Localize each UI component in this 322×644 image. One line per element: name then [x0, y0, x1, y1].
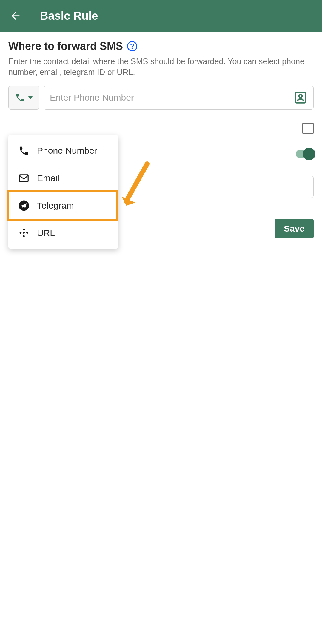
dropdown-option-phone[interactable]: Phone Number	[8, 137, 118, 164]
option-checkbox[interactable]	[302, 123, 314, 134]
dropdown-option-label: URL	[37, 228, 55, 238]
save-button[interactable]: Save	[275, 219, 314, 238]
chevron-down-icon	[28, 96, 33, 99]
contact-picker-icon[interactable]	[294, 91, 307, 104]
main-content: Where to forward SMS ? Enter the contact…	[0, 32, 322, 238]
email-icon	[18, 172, 30, 184]
dropdown-option-telegram[interactable]: Telegram	[7, 190, 118, 221]
contact-type-dropdown: Phone Number Email Telegram URL	[8, 135, 118, 249]
back-icon[interactable]	[9, 9, 22, 22]
toggle-knob	[303, 148, 315, 160]
dropdown-option-email[interactable]: Email	[8, 164, 118, 192]
forward-target-row	[8, 86, 314, 110]
url-icon	[18, 227, 30, 239]
phone-icon	[15, 93, 25, 103]
option-toggle[interactable]	[296, 150, 314, 158]
page-title: Basic Rule	[40, 10, 98, 22]
telegram-icon	[18, 200, 30, 212]
dropdown-option-label: Phone Number	[37, 146, 97, 156]
section-description: Enter the contact detail where the SMS s…	[8, 56, 314, 78]
dropdown-option-label: Email	[37, 173, 59, 183]
dropdown-option-url[interactable]: URL	[8, 219, 118, 247]
help-icon[interactable]: ?	[127, 41, 137, 51]
annotation-arrow	[119, 161, 152, 216]
phone-icon	[18, 145, 30, 157]
contact-type-selector[interactable]	[8, 86, 39, 110]
svg-point-1	[299, 95, 302, 98]
phone-number-input[interactable]	[50, 93, 289, 103]
section-title: Where to forward SMS	[8, 40, 123, 53]
section-heading-row: Where to forward SMS ?	[8, 40, 314, 53]
phone-input-wrapper	[44, 86, 314, 110]
app-header: Basic Rule	[0, 0, 322, 32]
dropdown-option-label: Telegram	[37, 201, 74, 211]
